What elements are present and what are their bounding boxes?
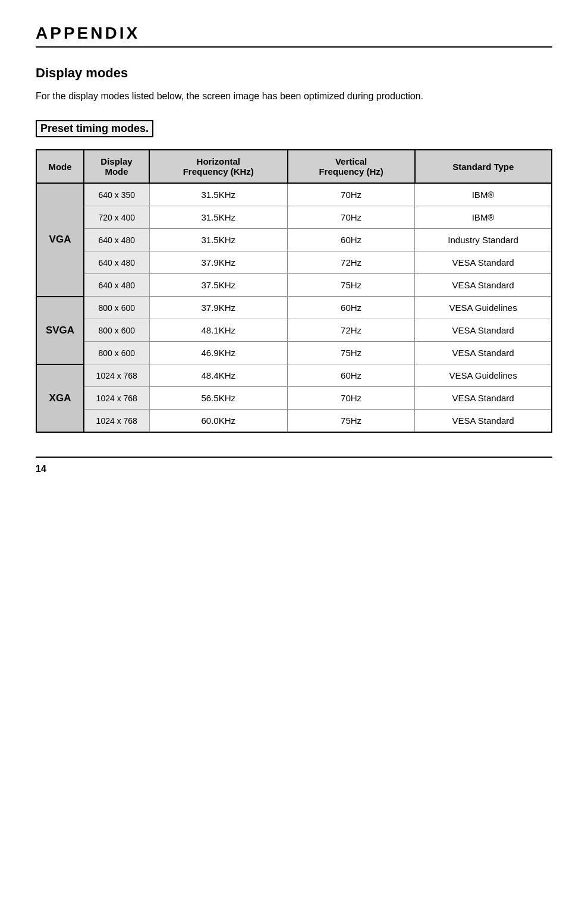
h-freq-cell: 60.0KHz	[149, 410, 288, 433]
intro-paragraph: For the display modes listed below, the …	[36, 89, 552, 103]
v-freq-cell: 75Hz	[288, 410, 415, 433]
display-mode-cell: 640 x 480	[84, 229, 149, 251]
col-header-h-freq: HorizontalFrequency (KHz)	[149, 150, 288, 183]
table-row: 640 x 480 37.9KHz 72Hz VESA Standard	[36, 251, 552, 274]
table-row: VGA 640 x 350 31.5KHz 70Hz IBM®	[36, 183, 552, 206]
page-footer: 14	[36, 464, 552, 474]
standard-cell: VESA Standard	[415, 274, 552, 297]
standard-cell: Industry Standard	[415, 229, 552, 251]
standard-cell: VESA Standard	[415, 319, 552, 342]
table-row: 640 x 480 37.5KHz 75Hz VESA Standard	[36, 274, 552, 297]
h-freq-cell: 31.5KHz	[149, 206, 288, 229]
h-freq-cell: 37.5KHz	[149, 274, 288, 297]
display-mode-cell: 1024 x 768	[84, 364, 149, 387]
appendix-title: APPENDIX	[36, 24, 552, 43]
display-mode-cell: 640 x 350	[84, 183, 149, 206]
bottom-rule	[36, 457, 552, 458]
table-row: XGA 1024 x 768 48.4KHz 60Hz VESA Guideli…	[36, 364, 552, 387]
v-freq-cell: 60Hz	[288, 297, 415, 319]
display-mode-cell: 1024 x 768	[84, 387, 149, 410]
section-title: Display modes	[36, 65, 552, 81]
h-freq-cell: 37.9KHz	[149, 251, 288, 274]
standard-cell: VESA Guidelines	[415, 297, 552, 319]
col-header-v-freq: VerticalFrequency (Hz)	[288, 150, 415, 183]
col-header-mode: Mode	[36, 150, 84, 183]
h-freq-cell: 31.5KHz	[149, 229, 288, 251]
h-freq-cell: 56.5KHz	[149, 387, 288, 410]
standard-cell: VESA Standard	[415, 342, 552, 364]
v-freq-cell: 60Hz	[288, 229, 415, 251]
preset-timing-title: Preset timing modes.	[36, 120, 153, 137]
standard-cell: VESA Standard	[415, 387, 552, 410]
standard-cell: VESA Guidelines	[415, 364, 552, 387]
h-freq-cell: 48.1KHz	[149, 319, 288, 342]
v-freq-cell: 72Hz	[288, 319, 415, 342]
display-mode-cell: 800 x 600	[84, 319, 149, 342]
col-header-standard: Standard Type	[415, 150, 552, 183]
standard-cell: IBM®	[415, 206, 552, 229]
v-freq-cell: 70Hz	[288, 387, 415, 410]
page-header: APPENDIX	[36, 24, 552, 48]
v-freq-cell: 70Hz	[288, 183, 415, 206]
v-freq-cell: 70Hz	[288, 206, 415, 229]
display-mode-cell: 640 x 480	[84, 274, 149, 297]
display-mode-cell: 720 x 400	[84, 206, 149, 229]
table-row: SVGA 800 x 600 37.9KHz 60Hz VESA Guideli…	[36, 297, 552, 319]
col-header-display-mode: DisplayMode	[84, 150, 149, 183]
v-freq-cell: 60Hz	[288, 364, 415, 387]
table-row: 800 x 600 46.9KHz 75Hz VESA Standard	[36, 342, 552, 364]
display-mode-cell: 800 x 600	[84, 342, 149, 364]
v-freq-cell: 75Hz	[288, 342, 415, 364]
table-row: 1024 x 768 60.0KHz 75Hz VESA Standard	[36, 410, 552, 433]
display-mode-cell: 800 x 600	[84, 297, 149, 319]
timing-modes-table: Mode DisplayMode HorizontalFrequency (KH…	[36, 149, 552, 433]
display-mode-cell: 1024 x 768	[84, 410, 149, 433]
h-freq-cell: 48.4KHz	[149, 364, 288, 387]
mode-svga: SVGA	[36, 297, 84, 364]
table-row: 720 x 400 31.5KHz 70Hz IBM®	[36, 206, 552, 229]
mode-vga: VGA	[36, 183, 84, 297]
standard-cell: VESA Standard	[415, 251, 552, 274]
v-freq-cell: 72Hz	[288, 251, 415, 274]
h-freq-cell: 31.5KHz	[149, 183, 288, 206]
standard-cell: IBM®	[415, 183, 552, 206]
h-freq-cell: 37.9KHz	[149, 297, 288, 319]
standard-cell: VESA Standard	[415, 410, 552, 433]
table-row: 1024 x 768 56.5KHz 70Hz VESA Standard	[36, 387, 552, 410]
h-freq-cell: 46.9KHz	[149, 342, 288, 364]
table-row: 640 x 480 31.5KHz 60Hz Industry Standard	[36, 229, 552, 251]
mode-xga: XGA	[36, 364, 84, 433]
table-row: 800 x 600 48.1KHz 72Hz VESA Standard	[36, 319, 552, 342]
display-mode-cell: 640 x 480	[84, 251, 149, 274]
page-number: 14	[36, 464, 46, 474]
v-freq-cell: 75Hz	[288, 274, 415, 297]
